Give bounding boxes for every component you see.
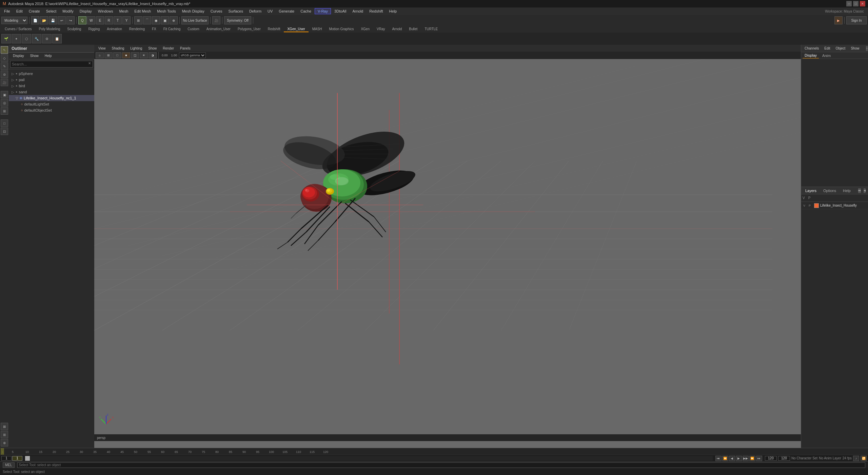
viewport-canvas[interactable]: X Y Z persp — [94, 59, 801, 441]
shelf-tab-vray[interactable]: VRay — [373, 26, 388, 32]
component-mode[interactable]: ▣ — [1, 91, 8, 98]
command-input[interactable] — [17, 462, 865, 468]
shelf-tab-fitcaching[interactable]: Fit Caching — [160, 26, 184, 32]
menu-modify[interactable]: Modify — [60, 8, 76, 14]
end-frame-input[interactable] — [778, 456, 790, 461]
xray-mode[interactable]: ⊡ — [1, 128, 8, 135]
move-tool-button[interactable]: W — [87, 16, 95, 24]
shelf-icon-3[interactable]: ⬡ — [22, 34, 31, 43]
snap-view-button[interactable]: ▣ — [161, 16, 169, 24]
shelf-tab-mash[interactable]: MASH — [309, 26, 326, 32]
step-back-button[interactable]: ⏪ — [722, 456, 728, 461]
outliner-search-input[interactable] — [10, 61, 93, 68]
viewport-menu-lighting[interactable]: Lighting — [127, 46, 145, 51]
play-forward-button[interactable]: ▶ — [736, 456, 742, 461]
shelf-tab-turtle[interactable]: TURTLE — [421, 26, 441, 32]
new-scene-button[interactable]: 📄 — [31, 16, 39, 24]
rotate-tool-button[interactable]: E — [96, 16, 104, 24]
menu-cache[interactable]: Cache — [298, 8, 314, 14]
shelf-tab-bullet[interactable]: Bullet — [406, 26, 421, 32]
outliner-menu-show[interactable]: Show — [27, 53, 41, 58]
prev-frame-button[interactable]: ◀ — [729, 456, 735, 461]
paint-tool[interactable]: ✎ — [1, 62, 8, 70]
vp-lights-button[interactable]: ☀ — [140, 52, 148, 58]
shelf-tab-fx[interactable]: FX — [149, 26, 160, 32]
outliner-item-pail[interactable]: ▷ ● pail — [9, 77, 94, 83]
menu-deform[interactable]: Deform — [246, 8, 264, 14]
no-live-surface-button[interactable]: No Live Surface — [181, 16, 209, 24]
channels-show[interactable]: Show — [849, 46, 861, 51]
soft-select[interactable]: ◎ — [1, 99, 8, 107]
select-tool-button[interactable]: Q — [78, 16, 86, 24]
viewport-menu-show[interactable]: Show — [145, 46, 159, 51]
help-tab[interactable]: Help — [841, 188, 853, 193]
panel-minimize[interactable]: − — [866, 46, 868, 51]
shelf-tab-motion-graphics[interactable]: Motion Graphics — [326, 26, 357, 32]
menu-windows[interactable]: Windows — [95, 8, 116, 14]
mel-python-toggle[interactable]: MEL — [3, 462, 15, 468]
audio-button[interactable]: ♪ — [853, 456, 859, 461]
options-tab[interactable]: Options — [821, 188, 838, 193]
menu-3dtoall[interactable]: 3DtoAll — [332, 8, 349, 14]
redo-button[interactable]: ↪ — [66, 16, 75, 24]
start-frame-input[interactable] — [1, 456, 12, 461]
outliner-item-objectset[interactable]: ○ defaultObjectSet — [9, 107, 94, 113]
outliner-item-bird[interactable]: ▷ ● bird — [9, 83, 94, 89]
layers-btn-2[interactable]: ◀ — [864, 188, 866, 193]
menu-generate[interactable]: Generate — [276, 8, 297, 14]
next-frame-button[interactable]: ▶▶ — [743, 456, 749, 461]
step-forward-button[interactable]: ⏩ — [749, 456, 755, 461]
undo-button[interactable]: ↩ — [58, 16, 66, 24]
outliner-item-psphere[interactable]: ▷ ● pSphere — [9, 71, 94, 77]
outliner-item-sand[interactable]: ▷ ● sand — [9, 89, 94, 95]
menu-mesh[interactable]: Mesh — [116, 8, 131, 14]
shelf-tab-polygons-user[interactable]: Polygons_User — [234, 26, 264, 32]
menu-redshift[interactable]: Redshift — [367, 8, 386, 14]
menu-vray[interactable]: V-Ray — [315, 8, 331, 14]
viewport-menu-view[interactable]: View — [96, 46, 108, 51]
lasso-tool[interactable]: ◇ — [1, 54, 8, 62]
vp-smooth-button[interactable]: ■ — [122, 52, 130, 58]
channels-edit[interactable]: Edit — [823, 46, 831, 51]
shelf-tab-sculpting[interactable]: Sculpting — [64, 26, 84, 32]
loop-button[interactable]: 🔁 — [861, 456, 867, 461]
viewport-menu-shading[interactable]: Shading — [109, 46, 127, 51]
render-frame-button[interactable]: ▶ — [834, 16, 843, 24]
maximize-button[interactable]: □ — [853, 1, 859, 6]
menu-file[interactable]: File — [1, 8, 13, 14]
save-button[interactable]: 💾 — [49, 16, 57, 24]
shelf-tab-animation-user[interactable]: Animation_User — [203, 26, 234, 32]
shelf-tab-xgen[interactable]: XGen — [357, 26, 373, 32]
snap-live-button[interactable]: ⊕ — [170, 16, 178, 24]
vp-grid-button[interactable]: ⊞ — [104, 52, 113, 58]
playback-slider-handle[interactable] — [25, 456, 30, 461]
shelf-icon-5[interactable]: ⚙ — [42, 34, 52, 43]
brush-tool[interactable]: ⊘ — [1, 71, 8, 78]
skip-end-button[interactable]: ⏭ — [756, 456, 762, 461]
quick-layout[interactable]: ⊠ — [1, 423, 8, 430]
shelf-icon-6[interactable]: 📋 — [52, 34, 62, 43]
shelf-icon-1[interactable]: 🌱 — [1, 34, 11, 43]
shelf-tab-rigging[interactable]: Rigging — [85, 26, 103, 32]
layer-row-1[interactable]: V P Lifelike_Insect_Housefly — [801, 202, 868, 209]
tab-display[interactable]: Display — [803, 53, 819, 58]
layers-btn-1[interactable]: ⏮ — [858, 188, 861, 193]
menu-curves[interactable]: Curves — [208, 8, 225, 14]
scale-tool-button[interactable]: R — [105, 16, 113, 24]
menu-edit-mesh[interactable]: Edit Mesh — [132, 8, 154, 14]
menu-mesh-tools[interactable]: Mesh Tools — [154, 8, 178, 14]
vp-gamma-select[interactable]: sRGB gamma — [179, 53, 206, 58]
shelf-tab-animation[interactable]: Animation — [103, 26, 125, 32]
menu-surfaces[interactable]: Surfaces — [226, 8, 246, 14]
menu-edit[interactable]: Edit — [14, 8, 25, 14]
skip-start-button[interactable]: ⏮ — [715, 456, 722, 461]
symmetry-lt[interactable]: ⊞ — [1, 107, 8, 115]
universal-tool-button[interactable]: T — [114, 16, 122, 24]
snap-curve-button[interactable]: ⌒ — [143, 16, 151, 24]
snap-lt[interactable]: ⊕ — [1, 439, 8, 446]
vp-shadow-button[interactable]: ◑ — [149, 52, 157, 58]
outliner-menu-display[interactable]: Display — [10, 53, 27, 58]
outliner-item-lightset[interactable]: ○ defaultLightSet — [9, 101, 94, 107]
menu-help[interactable]: Help — [387, 8, 400, 14]
timeline-ruler[interactable]: 1 5 10 15 20 25 30 35 40 45 50 55 60 65 … — [0, 448, 868, 455]
